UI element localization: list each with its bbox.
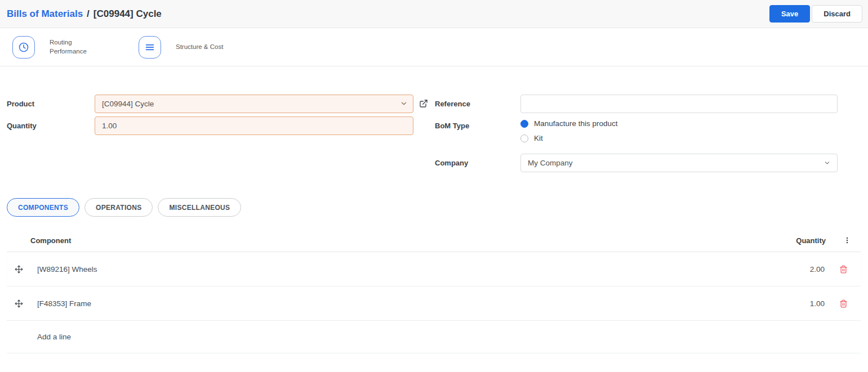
table-body: [W89216] Wheels 2.00 <box>7 252 861 353</box>
product-combo <box>95 95 413 113</box>
bom-form: Product Quantity Referen <box>0 66 868 176</box>
component-quantity-cell[interactable]: 2.00 <box>747 265 826 274</box>
form-right-column: Reference BoM Type Manufacture this prod… <box>431 95 840 176</box>
chevron-down-icon <box>824 159 831 167</box>
component-name-cell[interactable]: [W89216] Wheels <box>30 265 747 274</box>
component-column-header: Component <box>7 236 747 245</box>
sheet-bottom-edge <box>0 353 868 372</box>
form-left-column: Product Quantity <box>7 95 416 176</box>
routing-performance-label: Routing Performance <box>50 38 90 56</box>
company-label: Company <box>435 154 520 172</box>
quantity-label: Quantity <box>7 116 95 135</box>
drag-handle-icon[interactable] <box>7 265 30 274</box>
table-header-row: Component Quantity <box>7 230 861 252</box>
quantity-column-header: Quantity <box>747 236 826 245</box>
delete-row-icon[interactable] <box>839 299 848 308</box>
radio-unselected-icon <box>520 135 528 142</box>
component-name-cell[interactable]: [F48353] Frame <box>30 299 747 308</box>
structure-cost-button[interactable]: Structure & Cost <box>139 36 223 59</box>
drag-handle-icon[interactable] <box>7 299 30 308</box>
breadcrumb-separator: / <box>87 8 90 20</box>
reference-field-row: Reference <box>435 95 840 113</box>
button-box: Routing Performance Structure & Cost <box>0 28 868 66</box>
tab-components[interactable]: COMPONENTS <box>7 198 79 217</box>
bom-type-radio-group: Manufacture this product Kit <box>520 116 618 149</box>
company-input[interactable] <box>520 154 838 172</box>
reference-label: Reference <box>435 95 520 113</box>
structure-cost-label: Structure & Cost <box>176 43 223 52</box>
reference-wrap <box>520 95 838 113</box>
list-icon <box>139 36 161 59</box>
quantity-input[interactable] <box>95 116 413 135</box>
bom-type-field-row: BoM Type Manufacture this product Kit <box>435 116 840 149</box>
breadcrumb-parent-link[interactable]: Bills of Materials <box>7 8 83 20</box>
breadcrumb-current: [C09944] Cycle <box>94 8 162 20</box>
component-quantity-cell[interactable]: 1.00 <box>747 299 826 308</box>
delete-row-icon[interactable] <box>839 265 848 274</box>
radio-selected-icon <box>520 120 528 128</box>
radio-manufacture-this-product[interactable]: Manufacture this product <box>520 119 618 128</box>
product-input[interactable] <box>95 95 413 113</box>
quantity-field-row: Quantity <box>7 116 416 135</box>
breadcrumb: Bills of Materials / [C09944] Cycle <box>7 8 162 20</box>
routing-performance-button[interactable]: Routing Performance <box>12 36 90 59</box>
save-button[interactable]: Save <box>769 5 810 23</box>
components-table: Component Quantity [W89216] Wheels <box>7 230 861 353</box>
column-options-icon[interactable] <box>843 236 851 245</box>
radio-kit-label: Kit <box>534 134 543 142</box>
product-field-row: Product <box>7 95 416 113</box>
external-link-icon[interactable] <box>419 99 428 176</box>
control-panel: Bills of Materials / [C09944] Cycle Save… <box>0 0 868 28</box>
reference-input[interactable] <box>520 95 838 113</box>
radio-kit[interactable]: Kit <box>520 134 618 142</box>
table-row[interactable]: [F48353] Frame 1.00 <box>7 286 861 321</box>
table-row[interactable]: [W89216] Wheels 2.00 <box>7 252 861 286</box>
company-field-row: Company <box>435 154 840 172</box>
product-label: Product <box>7 95 95 113</box>
radio-manufacture-label: Manufacture this product <box>534 119 618 128</box>
clock-icon <box>12 36 35 59</box>
topbar-actions: Save Discard <box>769 5 862 23</box>
tab-miscellaneous[interactable]: MISCELLANEOUS <box>158 198 241 217</box>
discard-button[interactable]: Discard <box>812 5 862 23</box>
tab-operations[interactable]: OPERATIONS <box>84 198 153 217</box>
company-select[interactable] <box>520 154 838 172</box>
bom-type-label: BoM Type <box>435 116 520 149</box>
add-a-line-button[interactable]: Add a line <box>7 321 861 353</box>
notebook-tabs: COMPONENTS OPERATIONS MISCELLANEOUS <box>7 198 868 217</box>
quantity-wrap <box>95 116 413 135</box>
